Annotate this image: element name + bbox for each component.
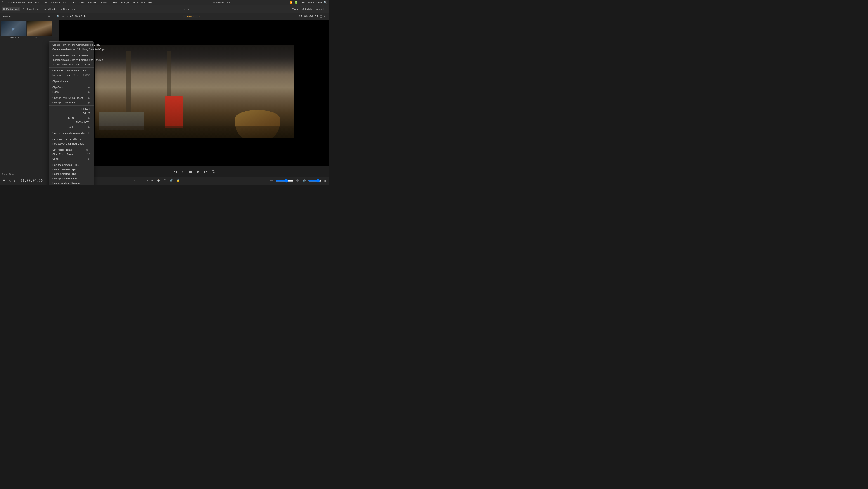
select-tool[interactable]: ↖ <box>132 178 137 183</box>
metadata-icon[interactable]: ... <box>54 15 56 18</box>
mixer-button[interactable]: Mixer <box>291 7 300 11</box>
ruler-area[interactable]: 01:00:00:00 01:00:08:08 01:00:16:16 01:0… <box>61 184 329 185</box>
timeline-chevron[interactable]: ▼ <box>199 15 201 18</box>
ctx-clip-color[interactable]: Clip Color ▶ <box>49 85 94 90</box>
search-icon-top[interactable]: 🔍 <box>324 1 327 4</box>
ctx-create-new-timeline[interactable]: Create New Timeline Using Selected Clips… <box>49 42 94 47</box>
clock-display: Tue 1:37 PM <box>308 1 322 4</box>
media-item-img1[interactable]: img_1... <box>27 21 52 170</box>
timecode-right: 01:00:04:20 <box>299 15 318 18</box>
step-back-button[interactable]: ◁ <box>180 169 186 175</box>
metadata-button[interactable]: Metadata <box>301 7 313 11</box>
zoom-in-timeline[interactable]: ➕ <box>294 178 301 183</box>
ctx-separator-1 <box>49 52 94 53</box>
timeline-nav-fwd[interactable]: ▷ <box>13 178 18 183</box>
expand-icon[interactable]: ⊞ <box>323 15 326 18</box>
trim-tool[interactable]: ↔ <box>138 179 143 183</box>
ctx-append-clips[interactable]: Append Selected Clips to Timeline <box>49 62 94 67</box>
timeline-menu-button[interactable]: ☰ <box>2 178 7 183</box>
dynamic-trim-tool[interactable]: ⇔ <box>144 178 149 183</box>
battery-icon: 🔋 <box>294 1 298 4</box>
ctx-insert-handles[interactable]: Insert Selected Clips to Timeline with H… <box>49 58 94 62</box>
menu-timeline[interactable]: Timeline <box>51 1 60 4</box>
blade-tool[interactable]: ✂ <box>150 178 155 183</box>
ctx-update-timecode[interactable]: Update Timecode from Audio - LTC <box>49 131 94 135</box>
search-icon-sidebar[interactable]: 🔍 <box>57 15 60 18</box>
menu-trim[interactable]: Trim <box>42 1 48 4</box>
ctx-separator-4 <box>49 84 94 84</box>
ruler-time-3: 01:00:16:16 <box>119 184 129 185</box>
ctx-set-poster-frame[interactable]: Set Poster Frame ⌘P <box>49 147 94 152</box>
menu-fairlight[interactable]: Fairlight <box>121 1 129 4</box>
ctx-alpha-mode[interactable]: Change Alpha Mode ▶ <box>49 100 94 105</box>
ctx-clip-attributes[interactable]: Clip Attributes... <box>49 79 94 83</box>
menu-file[interactable]: File <box>28 1 32 4</box>
main-toolbar: ▦ Media Pool ✦ Effects Library ≡ Edit In… <box>0 5 329 13</box>
play-button[interactable]: ▶ <box>195 169 201 175</box>
menu-clip[interactable]: Clip <box>63 1 67 4</box>
go-to-start-button[interactable]: ⏮ <box>172 169 178 175</box>
go-to-end-button[interactable]: ⏭ <box>203 169 209 175</box>
timeline-name[interactable]: Timeline 1 <box>183 15 198 18</box>
menu-color[interactable]: Color <box>112 1 117 4</box>
ctx-separator-3 <box>49 78 94 78</box>
ctx-davinci-ctl[interactable]: DaVinci CTL <box>49 120 94 125</box>
link-tool[interactable]: 🔗 <box>168 178 174 183</box>
fullscreen-icon[interactable]: ⛶ <box>320 15 322 18</box>
ctx-generate-optimized[interactable]: Generate Optimized Media <box>49 137 94 141</box>
menu-playback[interactable]: Playback <box>88 1 98 4</box>
apple-menu[interactable]:  <box>2 1 3 4</box>
menu-mark[interactable]: Mark <box>70 1 76 4</box>
timeline-nav-back[interactable]: ◁ <box>8 178 12 183</box>
ctx-1d-lut[interactable]: 1D LUT <box>49 111 94 116</box>
curve-tool[interactable]: ⌒ <box>162 178 167 183</box>
menu-help[interactable]: Help <box>148 1 153 4</box>
ctx-usage-arrow: ▶ <box>88 157 90 160</box>
ctx-usage[interactable]: Usage ▶ <box>49 156 94 161</box>
stop-button[interactable]: ⏹ <box>187 169 194 175</box>
ctx-unlink-clips[interactable]: Unlink Selected Clips <box>49 167 94 172</box>
sound-library-button[interactable]: ♪ Sound Library <box>60 7 80 11</box>
ctx-input-sizing[interactable]: Change Input Sizing Preset ▶ <box>49 96 94 100</box>
menu-view[interactable]: View <box>79 1 85 4</box>
menu-davinci-resolve[interactable]: DaVinci Resolve <box>6 1 25 4</box>
media-pool-icon: ▦ <box>3 7 5 10</box>
ctx-replace-clip[interactable]: Replace Selected Clip... <box>49 163 94 167</box>
timeline-zoom-slider[interactable] <box>276 179 293 182</box>
ctx-flags[interactable]: Flags ▶ <box>49 90 94 94</box>
media-pool-button[interactable]: ▦ Media Pool <box>2 7 20 11</box>
ctx-insert-clips[interactable]: Insert Selected Clips to Timeline <box>49 53 94 58</box>
ctx-create-bin[interactable]: Create Bin With Selected Clips <box>49 68 94 73</box>
audio-meter[interactable]: ||| <box>322 179 327 183</box>
ctx-relink-clips[interactable]: Relink Selected Clips... <box>49 172 94 176</box>
system-status: 📶 🔋 100% Tue 1:37 PM 🔍 <box>289 1 327 4</box>
lock-tool[interactable]: 🔒 <box>175 178 181 183</box>
timeline-timecode: 01:00:04:20 <box>19 177 44 184</box>
media-item-timeline1[interactable]: ▶ Timeline 1 <box>1 21 26 170</box>
menu-bar:  DaVinci Resolve File Edit Trim Timelin… <box>0 0 329 5</box>
list-icon[interactable]: ≡ <box>51 15 53 18</box>
menu-fusion[interactable]: Fusion <box>101 1 108 4</box>
ruler-time-6: 01:00:41:16 <box>204 184 214 185</box>
ctx-clf[interactable]: CLF ▶ <box>49 125 94 129</box>
menu-workspace[interactable]: Workspace <box>133 1 145 4</box>
volume-slider[interactable] <box>308 179 322 182</box>
ctx-clear-poster-frame[interactable]: Clear Poster Frame ⌃P <box>49 152 94 156</box>
wifi-icon: 📶 <box>289 1 293 4</box>
sort-icon[interactable]: ⊞ <box>48 15 50 18</box>
ctx-remove-clips[interactable]: Remove Selected Clips ⇧⌘⌫ <box>49 73 94 77</box>
retime-tool[interactable]: ⌚ <box>156 178 161 183</box>
ctx-change-source-folder[interactable]: Change Source Folder... <box>49 176 94 181</box>
ctx-reveal-media-storage[interactable]: Reveal in Media Storage <box>49 181 94 185</box>
edit-index-button[interactable]: ≡ Edit Index <box>43 7 59 11</box>
inspector-button[interactable]: Inspector <box>314 7 327 11</box>
ctx-3d-lut[interactable]: 3D LUT ▶ <box>49 116 94 120</box>
ctx-no-lut[interactable]: ✓ No LUT <box>49 106 94 111</box>
zoom-out-timeline[interactable]: ➖ <box>269 178 275 183</box>
ctx-rediscover-optimized[interactable]: Rediscover Optimized Media <box>49 141 94 146</box>
effects-library-button[interactable]: ✦ Effects Library <box>21 7 42 11</box>
menu-edit[interactable]: Edit <box>35 1 39 4</box>
loop-button[interactable]: ↻ <box>211 169 217 175</box>
volume-icon[interactable]: 🔊 <box>301 178 307 183</box>
ctx-create-multicam[interactable]: Create New Multicam Clip Using Selected … <box>49 47 94 52</box>
